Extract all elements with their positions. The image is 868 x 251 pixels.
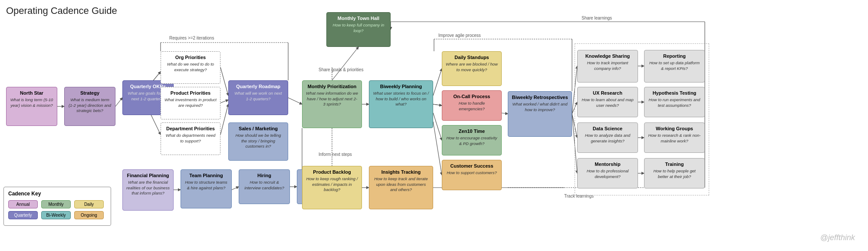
- svg-line-16: [232, 187, 239, 190]
- node-insights-tracking-desc: How to keep track and iterate upon ideas…: [373, 176, 429, 192]
- node-reporting: Reporting How to set up data platform & …: [644, 50, 705, 83]
- annot-inform-next: Inform next steps: [319, 152, 352, 157]
- node-dept-priorities: Department Priorities What do department…: [161, 122, 220, 155]
- node-working-groups-title: Working Groups: [648, 126, 701, 132]
- legend-quarterly: Quarterly: [8, 211, 38, 219]
- node-sales-marketing-desc: How should we be telling the story / bri…: [232, 133, 284, 149]
- legend-title: Cadence Key: [8, 191, 106, 197]
- node-data-science: Data Science How to analyze data and gen…: [577, 122, 638, 153]
- node-ux-research-desc: How to learn about and map user needs?: [581, 97, 634, 108]
- node-training: Training How to help people get better a…: [644, 158, 705, 188]
- svg-line-5: [220, 67, 228, 96]
- svg-line-12: [433, 113, 442, 140]
- node-knowledge-sharing-title: Knowledge Sharing: [581, 53, 634, 59]
- svg-line-27: [332, 47, 358, 80]
- node-monthly-town-hall-title: Monthly Town Hall: [330, 15, 387, 21]
- node-oncall-process-title: On-Call Process: [446, 93, 498, 99]
- node-hypothesis-testing-desc: How to run experiments and test assumpti…: [648, 97, 701, 108]
- node-daily-standups: Daily Standups Where are we blocked / ho…: [442, 51, 502, 86]
- node-org-priorities-desc: What do we need to do to execute strateg…: [164, 62, 217, 73]
- node-data-science-desc: How to analyze data and generate insight…: [581, 133, 634, 144]
- node-product-priorities: Product Priorities What investments in p…: [161, 87, 220, 119]
- node-daily-standups-title: Daily Standups: [446, 54, 498, 60]
- node-dept-priorities-title: Department Priorities: [164, 126, 217, 132]
- annot-share-goals: Share goals & priorities: [319, 67, 363, 72]
- node-knowledge-sharing: Knowledge Sharing How to track important…: [577, 50, 638, 83]
- node-biweekly-retros-desc: What worked / what didn't and how to imp…: [512, 102, 568, 112]
- node-reporting-title: Reporting: [648, 53, 701, 59]
- node-sales-marketing-title: Sales / Marketing: [232, 126, 284, 132]
- node-oncall-process: On-Call Process How to handle emergencie…: [442, 90, 502, 121]
- node-ux-research-title: UX Research: [581, 90, 634, 96]
- node-quarterly-roadmap: Quarterly Roadmap What will we work on n…: [228, 80, 288, 115]
- node-team-planning: Team Planning How to structure teams & h…: [181, 169, 232, 208]
- annot-requires-iterations: Requires >=2 iterations: [169, 36, 214, 40]
- node-quarterly-roadmap-title: Quarterly Roadmap: [232, 83, 284, 89]
- node-hiring-desc: How to recruit & interview candidates?: [243, 180, 286, 191]
- svg-line-13: [433, 122, 442, 175]
- node-financial-planning-desc: What are the financial realities of our …: [126, 180, 170, 196]
- node-monthly-prioritization: Monthly Prioritization What new informat…: [302, 80, 362, 128]
- node-knowledge-sharing-desc: How to track important company info?: [581, 60, 634, 71]
- node-strategy: Strategy What is medium term (1-2 year) …: [64, 87, 115, 126]
- node-strategy-title: Strategy: [68, 90, 112, 96]
- node-biweekly-planning-title: Biweekly Planning: [373, 83, 429, 89]
- node-org-priorities-title: Org Priorities: [164, 54, 217, 60]
- diagram-arrows: [0, 0, 868, 251]
- annot-improve-agile: Improve agile process: [438, 33, 481, 38]
- node-customer-success-title: Customer Success: [446, 163, 498, 169]
- node-product-backlog-desc: How to keep rough ranking / estimates / …: [306, 176, 358, 192]
- node-product-priorities-desc: What investments in product are required…: [164, 97, 217, 108]
- node-reporting-desc: How to set up data platform & report KPI…: [648, 60, 701, 71]
- svg-line-7: [220, 104, 228, 135]
- node-mentorship-desc: How to do professional development?: [581, 168, 634, 179]
- node-team-planning-title: Team Planning: [184, 172, 228, 178]
- node-monthly-prioritization-title: Monthly Prioritization: [306, 83, 358, 89]
- legend-biweekly: Bi-Weekly: [41, 211, 71, 219]
- node-biweekly-planning: Biweekly Planning What user stories to f…: [369, 80, 433, 128]
- page-title: Operating Cadence Guide: [6, 5, 117, 17]
- node-north-star-desc: What is long term (5-10 year) vision & m…: [10, 97, 53, 108]
- node-sales-marketing: Sales / Marketing How should we be telli…: [228, 122, 288, 161]
- legend-daily: Daily: [74, 200, 104, 208]
- node-zen10: Zen10 Time How to encourage creativity &…: [442, 125, 502, 155]
- node-north-star: North Star What is long term (5-10 year)…: [6, 87, 57, 126]
- node-daily-standups-desc: Where are we blocked / how to move quick…: [446, 62, 498, 73]
- legend-annual: Annual: [8, 200, 38, 208]
- node-working-groups: Working Groups How to research & rank no…: [644, 122, 705, 153]
- legend-row-2: Quarterly Bi-Weekly Ongoing: [8, 211, 106, 219]
- node-north-star-title: North Star: [10, 90, 53, 96]
- legend-monthly: Monthly: [41, 200, 71, 208]
- node-team-planning-desc: How to structure teams & hire against pl…: [184, 180, 228, 191]
- node-training-title: Training: [648, 161, 701, 167]
- cadence-key-legend: Cadence Key Annual Monthly Daily Quarter…: [3, 187, 111, 226]
- node-training-desc: How to help people get better at their j…: [648, 168, 701, 179]
- legend-row-1: Annual Monthly Daily: [8, 200, 106, 208]
- node-customer-success: Customer Success How to support customer…: [442, 160, 502, 190]
- node-zen10-title: Zen10 Time: [446, 128, 498, 134]
- svg-line-6: [220, 100, 228, 103]
- node-product-backlog-title: Product Backlog: [306, 169, 358, 175]
- node-dept-priorities-desc: What do departments need to support?: [164, 133, 217, 144]
- node-mentorship-title: Mentorship: [581, 161, 634, 167]
- watermark: @jeffthink: [820, 233, 855, 242]
- node-insights-tracking-title: Insights Tracking: [373, 169, 429, 175]
- svg-line-10: [433, 69, 442, 96]
- node-monthly-prioritization-desc: What new information do we have / how to…: [306, 91, 358, 107]
- node-hypothesis-testing-title: Hypothesis Testing: [648, 90, 701, 96]
- node-org-priorities: Org Priorities What do we need to do to …: [161, 51, 220, 84]
- annot-share-learnings: Share learnings: [582, 16, 612, 20]
- node-financial-planning: Financial Planning What are the financia…: [122, 169, 174, 211]
- node-quarterly-roadmap-desc: What will we work on next 1-2 quarters?: [232, 91, 284, 102]
- node-hiring: Hiring How to recruit & interview candid…: [239, 169, 290, 204]
- node-oncall-process-desc: How to handle emergencies?: [446, 101, 498, 112]
- node-mentorship: Mentorship How to do professional develo…: [577, 158, 638, 188]
- node-working-groups-desc: How to research & rank non-mainline work…: [648, 133, 701, 144]
- node-zen10-desc: How to encourage creativity & PD growth?: [446, 135, 498, 146]
- node-strategy-desc: What is medium term (1-2 year) direction…: [68, 97, 112, 113]
- node-biweekly-planning-desc: What user stories to focus on / how to b…: [373, 91, 429, 107]
- svg-line-11: [433, 104, 442, 106]
- node-biweekly-retros: Biweekly Retrospectives What worked / wh…: [508, 91, 572, 137]
- node-customer-success-desc: How to support customers?: [446, 170, 498, 175]
- node-monthly-town-hall: Monthly Town Hall How to keep full compa…: [326, 12, 391, 47]
